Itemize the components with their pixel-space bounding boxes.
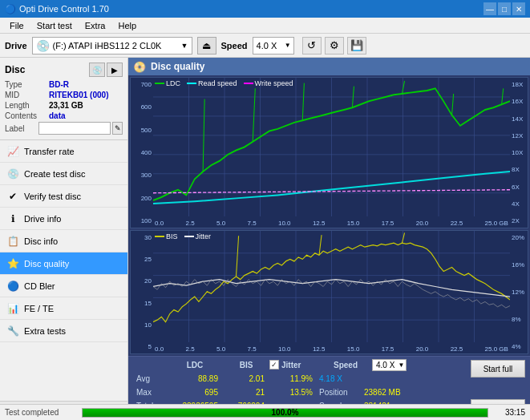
disc-btn-2[interactable]: ▶	[107, 63, 123, 77]
disc-length-row: Length 23,31 GB	[5, 101, 123, 110]
title-bar-left: 🔵 Opti Drive Control 1.70	[5, 4, 109, 14]
chart2-container: BIS Jitter 30 25 20 15 10 5 20%	[130, 230, 528, 354]
sidebar-item-verify-test-disc[interactable]: ✔ Verify test disc	[0, 185, 127, 208]
start-full-button[interactable]: Start full	[471, 360, 525, 378]
label-input[interactable]	[38, 122, 111, 135]
disc-mid-row: MID RITEKB01 (000)	[5, 91, 123, 99]
disc-length-label: Length	[5, 101, 49, 110]
chart1-container: LDC Read speed Write speed 700 600 500	[130, 77, 528, 228]
stats-avg-bis: 2.01	[221, 374, 268, 383]
stats-avg-speed: 4.18 X	[316, 374, 364, 383]
menu-file[interactable]: File	[3, 19, 30, 32]
disc-contents-label: Contents	[5, 111, 49, 120]
svg-line-36	[236, 236, 238, 277]
legend-read-speed: Read speed	[187, 79, 237, 87]
disc-label-field-label: Label	[5, 124, 38, 133]
sidebar-label-extra-tests: Extra tests	[24, 326, 66, 336]
stats-avg-jitter: 11.9%	[268, 374, 316, 383]
sidebar-label-transfer-rate: Transfer rate	[24, 147, 75, 156]
drive-info-icon: ℹ	[6, 212, 19, 225]
legend-read-speed-label: Read speed	[198, 79, 237, 87]
stats-avg-label: Avg	[136, 374, 167, 383]
speed-dropdown-icon: ▼	[398, 361, 404, 369]
svg-line-17	[302, 83, 304, 121]
sidebar-item-disc-info[interactable]: 📋 Disc info	[0, 230, 127, 252]
drive-disc-icon: 💿	[36, 39, 50, 52]
sidebar-item-extra-tests[interactable]: 🔧 Extra tests	[0, 320, 127, 342]
disc-label: Disc	[5, 64, 25, 75]
sidebar-label-verify-test-disc: Verify test disc	[24, 192, 81, 201]
refresh-button[interactable]: ↺	[302, 37, 322, 55]
disc-btn-1[interactable]: 💿	[89, 63, 105, 77]
label-icon-btn[interactable]: ✎	[112, 122, 123, 135]
menu-start-test[interactable]: Start test	[30, 19, 79, 32]
stats-jitter-header-area: ✓ Jitter	[269, 360, 334, 370]
chart1-svg	[153, 78, 510, 216]
legend-jitter-label: Jitter	[196, 232, 212, 240]
drive-dropdown-arrow[interactable]: ▼	[181, 42, 188, 50]
chart1-x-axis: 0.0 2.5 5.0 7.5 10.0 12.5 15.0 17.5 20.0…	[153, 218, 510, 228]
sidebar-label-disc-quality: Disc quality	[24, 259, 69, 269]
jitter-checkbox[interactable]: ✓	[269, 360, 279, 370]
disc-label-row: Label ✎	[5, 122, 123, 135]
jitter-color	[184, 236, 194, 237]
drive-bar: Drive 💿 (F:) ATAPI iHBS112 2 CL0K ▼ ⏏ Sp…	[0, 34, 530, 58]
settings-button[interactable]: ⚙	[325, 37, 344, 55]
disc-length-value: 23,31 GB	[49, 101, 83, 110]
disc-contents-value: data	[49, 111, 66, 120]
stats-max-jitter: 13.5%	[268, 388, 316, 397]
chart2-y-axis-left: 30 25 20 15 10 5	[131, 231, 153, 353]
sidebar-item-drive-info[interactable]: ℹ Drive info	[0, 208, 127, 230]
drive-icons: ↺ ⚙ 💾	[302, 37, 366, 55]
sidebar: Disc 💿 ▶ Type BD-R MID RITEKB01 (000) Le…	[0, 58, 128, 420]
close-button[interactable]: ✕	[512, 2, 525, 15]
stats-avg-row: Avg 88.89 2.01 11.9% 4.18 X	[133, 372, 525, 385]
svg-line-37	[319, 235, 322, 255]
drive-text: (F:) ATAPI iHBS112 2 CL0K	[53, 41, 162, 50]
sidebar-item-fe-te[interactable]: 📊 FE / TE	[0, 297, 127, 320]
disc-info-panel: Disc 💿 ▶ Type BD-R MID RITEKB01 (000) Le…	[0, 58, 127, 140]
maximize-button[interactable]: □	[498, 2, 511, 15]
sidebar-label-drive-info: Drive info	[24, 214, 61, 224]
speed-select[interactable]: 4.0 X 8.0 X 2.0 X	[253, 37, 294, 55]
content-title: Disc quality	[151, 61, 204, 72]
main-layout: Disc 💿 ▶ Type BD-R MID RITEKB01 (000) Le…	[0, 58, 530, 420]
sidebar-item-disc-quality[interactable]: ⭐ Disc quality	[0, 252, 127, 275]
fe-te-icon: 📊	[6, 302, 19, 315]
stats-max-row: Max 695 21 13.5% Position 23862 MB	[133, 386, 525, 398]
stats-max-label: Max	[136, 388, 167, 397]
stats-speed-header: Speed	[334, 361, 372, 370]
sidebar-label-fe-te: FE / TE	[24, 304, 54, 313]
create-test-disc-icon: 💿	[6, 168, 19, 180]
disc-type-row: Type BD-R	[5, 80, 123, 89]
chart1-y-axis-right: 18X 16X 14X 12X 10X 8X 6X 4X 2X	[510, 78, 528, 228]
speed-dropdown-stats[interactable]: 4.0 X ▼	[372, 359, 407, 371]
stats-ldc-header: LDC	[167, 361, 223, 370]
drive-select[interactable]: 💿 (F:) ATAPI iHBS112 2 CL0K ▼	[32, 37, 192, 55]
sidebar-item-cd-bler[interactable]: 🔵 CD Bler	[0, 275, 127, 297]
content-area: 📀 Disc quality LDC Read speed	[128, 58, 530, 420]
title-bar: 🔵 Opti Drive Control 1.70 — □ ✕	[0, 0, 530, 18]
sidebar-item-create-test-disc[interactable]: 💿 Create test disc	[0, 163, 127, 185]
ldc-color	[155, 83, 164, 84]
eject-button[interactable]: ⏏	[197, 37, 216, 55]
legend-write-speed-label: Write speed	[255, 79, 293, 87]
save-button[interactable]: 💾	[347, 37, 366, 55]
sidebar-label-cd-bler: CD Bler	[24, 281, 55, 291]
stats-position-value: 23862 MB	[364, 388, 401, 397]
sidebar-item-transfer-rate[interactable]: 📈 Transfer rate	[0, 140, 127, 163]
chart2-y-axis-right: 20% 16% 12% 8% 4%	[510, 231, 528, 353]
menu-help[interactable]: Help	[111, 19, 143, 32]
stats-max-bis: 21	[221, 388, 268, 397]
chart2-x-axis: 0.0 2.5 5.0 7.5 10.0 12.5 15.0 17.5 20.0…	[153, 344, 510, 353]
extra-tests-icon: 🔧	[6, 325, 19, 337]
speed-label: Speed	[221, 41, 248, 50]
menu-bar: File Start test Extra Help	[0, 18, 530, 34]
menu-extra[interactable]: Extra	[79, 19, 112, 32]
sidebar-label-disc-info: Disc info	[24, 236, 58, 246]
legend-write-speed: Write speed	[244, 79, 293, 87]
svg-line-19	[402, 81, 404, 94]
disc-mid-value: RITEKB01 (000)	[49, 91, 108, 99]
minimize-button[interactable]: —	[483, 2, 496, 15]
app-title: Opti Drive Control 1.70	[19, 4, 109, 14]
